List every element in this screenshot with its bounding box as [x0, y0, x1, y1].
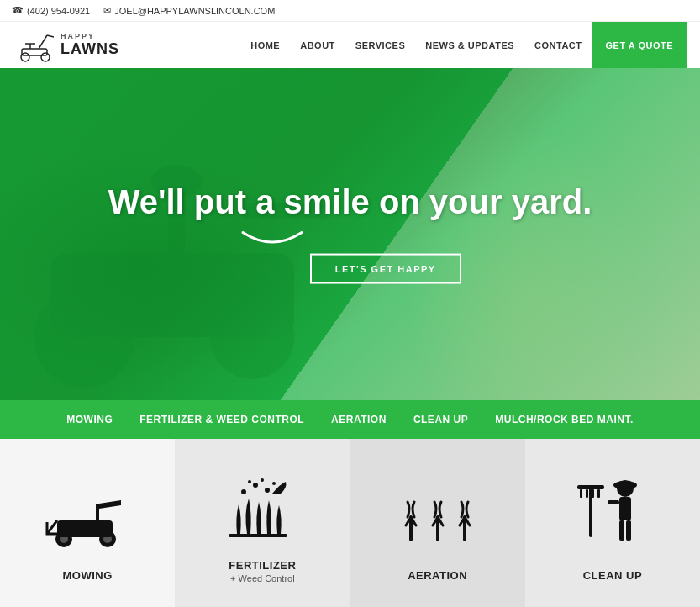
svg-rect-38	[597, 489, 600, 498]
mowing-label: MOWING	[62, 569, 112, 582]
nav-contact[interactable]: CONTACT	[524, 22, 592, 68]
mowing-icon	[45, 485, 129, 556]
smile-icon	[239, 228, 306, 253]
phone-icon: ☎	[12, 5, 24, 16]
hero-content: We'll put a smile on your yard. LET'S GE…	[98, 181, 603, 283]
svg-point-19	[241, 489, 246, 494]
svg-rect-17	[57, 520, 113, 537]
phone-info: ☎ (402) 954-0921	[12, 5, 90, 16]
service-cleanup[interactable]: CLEAN UP	[413, 414, 468, 425]
svg-rect-28	[619, 481, 631, 488]
hero-headline: We'll put a smile on your yard.	[98, 181, 603, 221]
service-aeration[interactable]: AERATION	[331, 414, 387, 425]
service-fertilizer[interactable]: FERTILIZER & WEED CONTROL	[139, 414, 304, 425]
svg-rect-35	[580, 489, 582, 498]
svg-line-3	[39, 35, 47, 49]
email-address: JOEL@HAPPYLAWNSLINCOLN.COM	[114, 6, 275, 16]
svg-point-23	[261, 478, 264, 482]
svg-rect-34	[577, 485, 604, 489]
svg-rect-18	[96, 504, 99, 520]
svg-point-22	[248, 480, 251, 483]
svg-rect-25	[229, 534, 287, 537]
aeration-label: AERATION	[408, 569, 467, 582]
logo-lawns: LAWNS	[61, 41, 119, 58]
fertilizer-icon	[220, 475, 304, 546]
service-mulch[interactable]: MULCH/ROCK BED MAINT.	[495, 414, 634, 425]
nav-home[interactable]: HOME	[240, 22, 290, 68]
nav-news[interactable]: NEWS & UPDATES	[415, 22, 524, 68]
nav-services[interactable]: SERVICES	[345, 22, 415, 68]
aeration-icon	[396, 485, 480, 556]
svg-point-20	[253, 483, 258, 488]
logo[interactable]: HAPPY LAWNS	[13, 27, 119, 64]
hero-cta-button[interactable]: LET'S GET HAPPY	[310, 253, 461, 283]
cleanup-icon	[571, 477, 655, 556]
icon-card-mowing[interactable]: MOWING	[0, 439, 175, 607]
top-bar: ☎ (402) 954-0921 ✉ JOEL@HAPPYLAWNSLINCOL…	[0, 0, 700, 22]
svg-rect-32	[608, 500, 619, 504]
svg-rect-2	[22, 49, 47, 55]
email-icon: ✉	[103, 5, 111, 16]
service-mowing[interactable]: MOWING	[66, 414, 113, 425]
nav-links: HOME ABOUT SERVICES NEWS & UPDATES CONTA…	[240, 22, 687, 68]
hero-section: We'll put a smile on your yard. LET'S GE…	[0, 68, 700, 400]
svg-point-21	[265, 488, 270, 493]
svg-point-1	[41, 53, 50, 61]
phone-number: (402) 954-0921	[27, 6, 90, 16]
svg-rect-29	[619, 497, 631, 520]
svg-rect-30	[619, 520, 624, 541]
svg-rect-36	[586, 489, 588, 498]
fertilizer-label: FERTILIZER	[229, 559, 296, 572]
svg-line-4	[47, 35, 54, 37]
nav-get-quote[interactable]: GET A QUOTE	[592, 22, 687, 68]
cleanup-label: CLEAN UP	[583, 569, 642, 582]
icon-card-fertilizer[interactable]: FERTILIZER + Weed Control	[175, 439, 350, 607]
logo-text: HAPPY LAWNS	[61, 33, 119, 58]
icon-card-cleanup[interactable]: CLEAN UP	[525, 439, 700, 607]
icon-card-aeration[interactable]: AERATION	[350, 439, 525, 607]
svg-point-24	[272, 482, 276, 485]
svg-rect-31	[626, 520, 631, 541]
nav-about[interactable]: ABOUT	[290, 22, 345, 68]
svg-rect-37	[592, 489, 594, 498]
logo-icon	[13, 27, 55, 64]
main-nav: HAPPY LAWNS HOME ABOUT SERVICES NEWS & U…	[0, 22, 700, 68]
services-bar: MOWING FERTILIZER & WEED CONTROL AERATIO…	[0, 400, 700, 439]
icons-section: MOWING	[0, 439, 700, 607]
fertilizer-sublabel: + Weed Control	[230, 573, 295, 583]
email-info: ✉ JOEL@HAPPYLAWNSLINCOLN.COM	[103, 5, 275, 16]
